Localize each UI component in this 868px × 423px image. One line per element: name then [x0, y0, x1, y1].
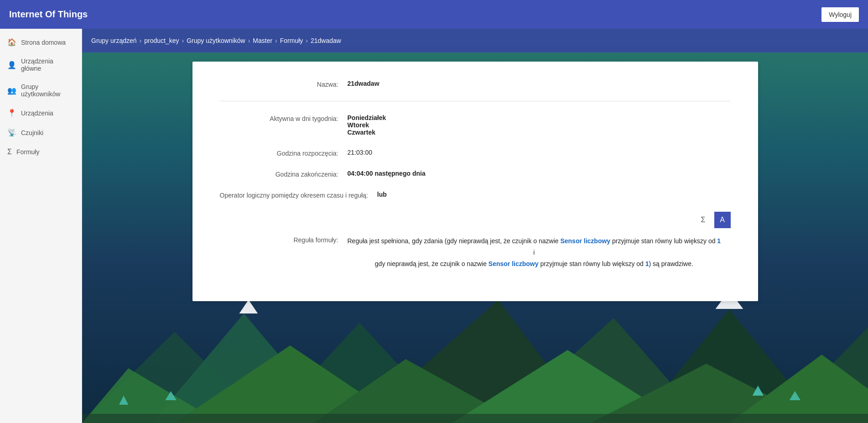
app-title: Internet Of Things — [9, 9, 88, 20]
sidebar-label-main-devices: Urządzenia główne — [21, 57, 74, 72]
sigma-nav-icon: Σ — [7, 148, 12, 156]
end-time-value: 04:04:00 następnego dnia — [348, 170, 426, 177]
sidebar-label-home: Strona domowa — [21, 39, 66, 46]
svg-rect-20 — [82, 414, 868, 423]
rule-sensor-link-1[interactable]: Sensor liczbowy — [560, 237, 610, 245]
sidebar-item-devices[interactable]: 📍 Urządzenia — [0, 103, 82, 123]
end-time-label: Godzina zakończenia: — [220, 170, 348, 178]
detail-card: Nazwa: 21dwadaw Aktywna w dni tygodnia: … — [192, 62, 758, 301]
active-day-0: Poniedziałek — [348, 114, 386, 121]
sidebar-item-formulas[interactable]: Σ Formuły — [0, 142, 82, 162]
breadcrumb-sep-1: › — [182, 37, 184, 44]
breadcrumb-item-0[interactable]: Grupy urządzeń — [91, 37, 137, 44]
breadcrumb-item-2[interactable]: Grupy użytkowników — [187, 37, 245, 44]
main-layout: 🏠 Strona domowa 👤 Urządzenia główne 👥 Gr… — [0, 29, 868, 423]
rule-row: Reguła formuły: Reguła jest spełniona, g… — [220, 235, 731, 270]
rule-text: Reguła jest spełniona, gdy zdania (gdy n… — [348, 235, 721, 270]
rule-label: Reguła formuły: — [220, 235, 348, 244]
logout-button[interactable]: Wyloguj — [821, 7, 859, 22]
start-time-label: Godzina rozpoczęcia: — [220, 149, 348, 157]
breadcrumb-sep-3: › — [275, 37, 277, 44]
rule-sensor-link-2[interactable]: Sensor liczbowy — [489, 260, 539, 267]
active-days-row: Aktywna w dni tygodnia: Poniedziałek Wto… — [220, 114, 731, 136]
operator-value: lub — [377, 191, 387, 198]
breadcrumb-sep-4: › — [306, 37, 308, 44]
device-icon: 📍 — [7, 109, 16, 117]
start-time-row: Godzina rozpoczęcia: 21:03:00 — [220, 149, 731, 157]
rule-line-2: i — [348, 247, 721, 258]
sidebar-item-home[interactable]: 🏠 Strona domowa — [0, 32, 82, 52]
start-time-value: 21:03:00 — [348, 149, 373, 156]
active-day-2: Czwartek — [348, 129, 386, 136]
breadcrumb-item-5[interactable]: 21dwadaw — [311, 37, 341, 44]
rule-line-3: gdy nieprawdą jest, że czujnik o nazwie … — [348, 258, 721, 270]
divider — [220, 101, 731, 101]
operator-row: Operator logiczny pomiędzy okresem czasu… — [220, 191, 731, 199]
main-content: Grupy urządzeń › product_key › Grupy uży… — [82, 29, 868, 423]
name-value: 21dwadaw — [348, 80, 379, 87]
sigma-button[interactable]: Σ — [695, 212, 712, 228]
breadcrumb-item-3[interactable]: Master — [253, 37, 272, 44]
header: Internet Of Things Wyloguj — [0, 0, 868, 29]
end-time-row: Godzina zakończenia: 04:04:00 następnego… — [220, 170, 731, 178]
person-icon: 👤 — [7, 61, 16, 69]
name-label: Nazwa: — [220, 80, 348, 88]
svg-marker-13 — [239, 300, 258, 313]
toolbar: Σ A — [220, 212, 731, 228]
name-field-row: Nazwa: 21dwadaw — [220, 80, 731, 88]
rule-line-1: Reguła jest spełniona, gdy zdania (gdy n… — [348, 235, 721, 247]
sidebar: 🏠 Strona domowa 👤 Urządzenia główne 👥 Gr… — [0, 29, 82, 423]
sensor-icon: 📡 — [7, 128, 16, 137]
sidebar-item-main-devices[interactable]: 👤 Urządzenia główne — [0, 52, 82, 78]
breadcrumb-sep-0: › — [140, 37, 142, 44]
sidebar-label-devices: Urządzenia — [21, 110, 53, 117]
group-icon: 👥 — [7, 86, 16, 95]
active-days-value: Poniedziałek Wtorek Czwartek — [348, 114, 386, 136]
active-days-label: Aktywna w dni tygodnia: — [220, 114, 348, 122]
breadcrumb: Grupy urządzeń › product_key › Grupy uży… — [82, 29, 868, 52]
sidebar-label-sensors: Czujniki — [21, 129, 43, 136]
breadcrumb-item-1[interactable]: product_key — [144, 37, 179, 44]
breadcrumb-sep-2: › — [248, 37, 250, 44]
rule-number-link-2[interactable]: 1 — [645, 260, 649, 267]
sidebar-label-user-groups: Grupy użytkowników — [21, 83, 74, 98]
sidebar-item-user-groups[interactable]: 👥 Grupy użytkowników — [0, 78, 82, 103]
operator-label: Operator logiczny pomiędzy okresem czasu… — [220, 191, 377, 199]
breadcrumb-item-4[interactable]: Formuły — [280, 37, 303, 44]
active-day-1: Wtorek — [348, 121, 386, 129]
edit-button[interactable]: A — [714, 212, 731, 228]
home-icon: 🏠 — [7, 38, 16, 47]
sidebar-label-formulas: Formuły — [16, 148, 40, 156]
rule-number-link-1[interactable]: 1 — [717, 237, 721, 245]
sidebar-item-sensors[interactable]: 📡 Czujniki — [0, 123, 82, 142]
